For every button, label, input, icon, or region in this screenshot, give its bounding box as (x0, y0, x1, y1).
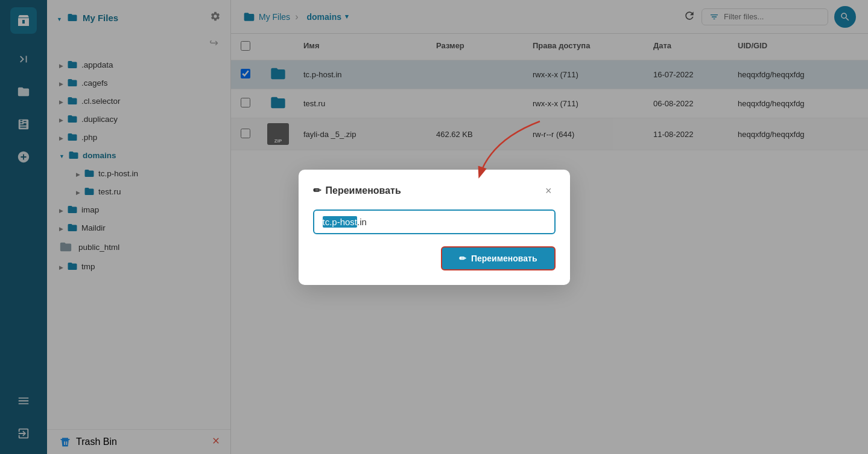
modal-input-display: tc.p-host.in (323, 217, 546, 227)
rename-modal: ✏ Переименовать × tc.p-host.in ✏ Переиме… (299, 170, 570, 285)
modal-input-rest-text: .in (357, 217, 367, 227)
annotation-arrow (443, 115, 552, 188)
modal-button-row: ✏ Переименовать (313, 246, 556, 270)
rename-btn-pencil-icon: ✏ (459, 254, 466, 263)
modal-input-selected-text: tc.p-host (323, 216, 358, 228)
modal-overlay[interactable]: ✏ Переименовать × tc.p-host.in ✏ Переиме… (0, 0, 868, 454)
modal-header: ✏ Переименовать × (313, 184, 556, 197)
rename-btn-label: Переименовать (471, 254, 537, 263)
modal-title-text: Переименовать (326, 185, 401, 196)
rename-confirm-button[interactable]: ✏ Переименовать (441, 246, 556, 270)
modal-close-button[interactable]: × (542, 184, 556, 197)
modal-input-wrapper: tc.p-host.in (313, 209, 556, 234)
modal-pencil-icon: ✏ (313, 185, 321, 196)
modal-title: ✏ Переименовать (313, 185, 401, 196)
